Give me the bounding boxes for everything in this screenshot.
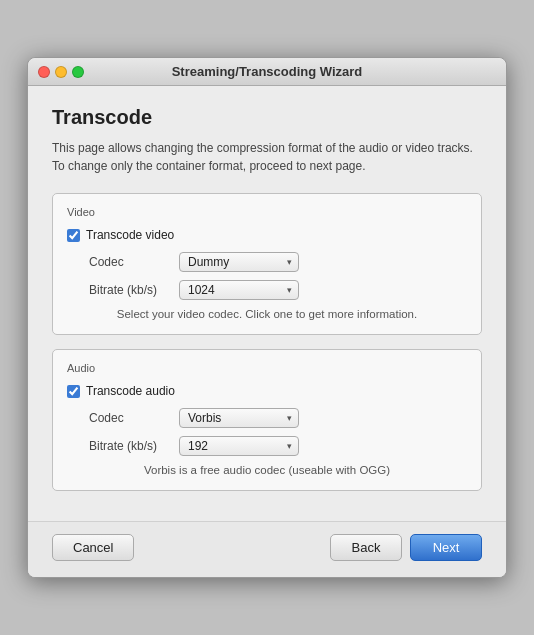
cancel-button[interactable]: Cancel (52, 534, 134, 561)
back-button[interactable]: Back (330, 534, 402, 561)
video-codec-select[interactable]: Dummy H.264 MPEG-4 MPEG-2 WMV VP8 (179, 252, 299, 272)
content-area: Transcode This page allows changing the … (28, 86, 506, 521)
transcode-audio-checkbox[interactable] (67, 385, 80, 398)
close-button[interactable] (38, 66, 50, 78)
transcode-audio-row: Transcode audio (67, 384, 467, 398)
titlebar: Streaming/Transcoding Wizard (28, 58, 506, 86)
video-section-label: Video (67, 206, 467, 218)
maximize-button[interactable] (72, 66, 84, 78)
audio-bitrate-row: Bitrate (kb/s) 192 128 256 320 ▾ (67, 436, 467, 456)
window-title: Streaming/Transcoding Wizard (172, 64, 363, 79)
audio-info-text: Vorbis is a free audio codec (useable wi… (67, 464, 467, 476)
minimize-button[interactable] (55, 66, 67, 78)
audio-codec-select[interactable]: Vorbis MP3 AAC FLAC Opus (179, 408, 299, 428)
next-button[interactable]: Next (410, 534, 482, 561)
page-title: Transcode (52, 106, 482, 129)
button-row: Cancel Back Next (28, 521, 506, 577)
transcode-audio-label: Transcode audio (86, 384, 175, 398)
audio-section: Audio Transcode audio Codec Vorbis MP3 A… (52, 349, 482, 491)
video-bitrate-select-wrapper: 1024 512 2048 ▾ (179, 280, 299, 300)
video-codec-row: Codec Dummy H.264 MPEG-4 MPEG-2 WMV VP8 … (67, 252, 467, 272)
audio-bitrate-label: Bitrate (kb/s) (89, 439, 179, 453)
video-bitrate-select[interactable]: 1024 512 2048 (179, 280, 299, 300)
audio-section-label: Audio (67, 362, 467, 374)
page-description: This page allows changing the compressio… (52, 139, 482, 175)
video-bitrate-row: Bitrate (kb/s) 1024 512 2048 ▾ (67, 280, 467, 300)
transcode-video-row: Transcode video (67, 228, 467, 242)
transcode-video-checkbox[interactable] (67, 229, 80, 242)
audio-bitrate-select[interactable]: 192 128 256 320 (179, 436, 299, 456)
audio-codec-select-wrapper: Vorbis MP3 AAC FLAC Opus ▾ (179, 408, 299, 428)
transcode-video-label: Transcode video (86, 228, 174, 242)
audio-bitrate-select-wrapper: 192 128 256 320 ▾ (179, 436, 299, 456)
audio-codec-label: Codec (89, 411, 179, 425)
audio-codec-row: Codec Vorbis MP3 AAC FLAC Opus ▾ (67, 408, 467, 428)
video-info-text: Select your video codec. Click one to ge… (67, 308, 467, 320)
traffic-lights (38, 66, 84, 78)
video-bitrate-label: Bitrate (kb/s) (89, 283, 179, 297)
video-section: Video Transcode video Codec Dummy H.264 … (52, 193, 482, 335)
video-codec-select-wrapper: Dummy H.264 MPEG-4 MPEG-2 WMV VP8 ▾ (179, 252, 299, 272)
video-codec-label: Codec (89, 255, 179, 269)
main-window: Streaming/Transcoding Wizard Transcode T… (27, 57, 507, 578)
